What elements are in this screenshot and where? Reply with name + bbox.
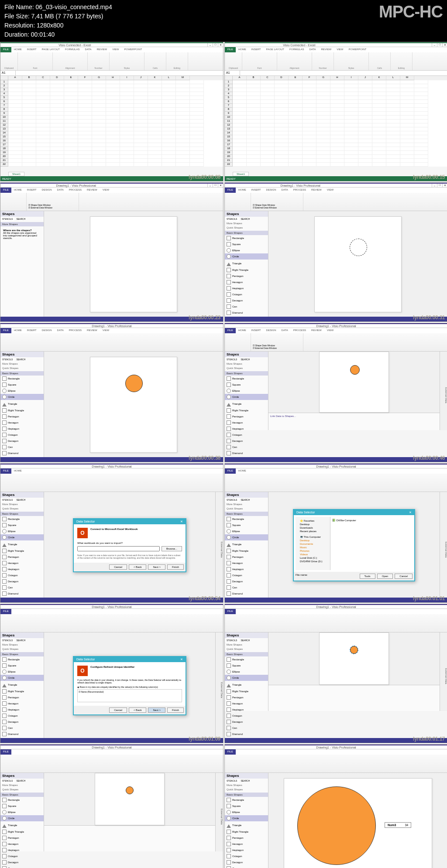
thumbnail-6[interactable]: Drawing1 - Visio Professional FILEHOMEIN… (224, 323, 447, 462)
close-icon[interactable]: ✕ (180, 658, 183, 661)
thumbnail-5[interactable]: Drawing1 - Visio Professional FILEHOMEIN… (0, 323, 224, 462)
thumbnail-10[interactable]: Drawing1 - Visio Professional FILE Shape… (224, 604, 447, 743)
thumbnail-3[interactable]: Drawing1 - Visio Professional_□✕ FILEHOM… (0, 182, 224, 322)
workbook-path-input[interactable] (77, 546, 160, 551)
thumbnail-11[interactable]: Drawing1 - Visio Professional FILE Shape… (0, 744, 224, 868)
thumbnail-7[interactable]: Drawing1 - Visio Professional FILEHOME S… (0, 463, 224, 603)
thumbnail-9[interactable]: Drawing1 - Visio Professional FILE Shape… (0, 604, 224, 743)
thumbnail-2[interactable]: Visio Connected - Excel_□✕ FILEHOMEINSER… (224, 42, 447, 181)
browse-button[interactable]: Browse... (162, 546, 182, 551)
thumbnail-12[interactable]: Drawing1 - Visio Professional FILE Shape… (224, 744, 447, 868)
close-icon[interactable]: ✕ (180, 520, 183, 523)
thumbnail-grid: Visio Connected - Excel_□✕ FILEHOMEINSER… (0, 42, 447, 868)
thumbnail-8[interactable]: Drawing1 - Visio Professional FILEHOME S… (224, 463, 447, 603)
close-icon[interactable]: ✕ (409, 511, 412, 514)
file-info-header: File Name: 06_03-visio_connected.mp4 Fil… (0, 0, 447, 42)
app-logo: MPC-HC (379, 3, 443, 39)
thumbnail-4[interactable]: Drawing1 - Visio Professional_□✕ FILEHOM… (224, 182, 447, 322)
thumbnail-1[interactable]: Visio Connected - Excel_□✕ FILEHOMEINSER… (0, 42, 224, 181)
